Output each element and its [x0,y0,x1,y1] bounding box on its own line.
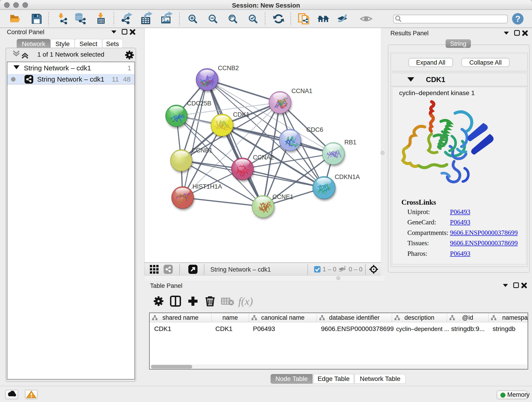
svg-text:CCNB2: CCNB2 [218,65,239,71]
svg-text:RB1: RB1 [344,139,356,146]
svg-text:CDC6: CDC6 [306,126,323,133]
svg-text:CCNE1: CCNE1 [272,193,293,200]
svg-text:CDKN1A: CDKN1A [335,173,360,180]
svg-text:0 – 0: 0 – 0 [349,266,362,273]
svg-text:f(x): f(x) [238,295,253,307]
svg-text:CCNB1: CCNB1 [191,147,213,154]
svg-text:CDK1: CDK1 [233,111,249,118]
svg-text:?: ? [515,14,520,24]
svg-text:CCNA1: CCNA1 [291,88,312,95]
svg-text:HIST1H1A: HIST1H1A [192,183,222,190]
svg-text:String Network – cdk1: String Network – cdk1 [210,266,271,273]
svg-text:1 – 0: 1 – 0 [323,266,336,273]
svg-text:CDC25B: CDC25B [187,100,211,107]
svg-text:CCNA2: CCNA2 [253,154,274,161]
